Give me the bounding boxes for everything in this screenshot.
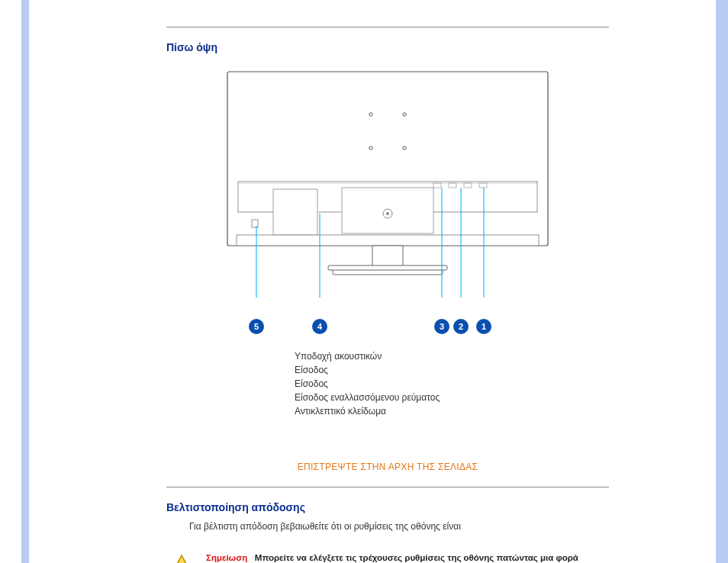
- port-5-label: Αντικλεπτικό κλείδωμα: [295, 406, 609, 417]
- port-3-label: Είσοδος: [295, 378, 609, 389]
- left-margin-rail: [21, 0, 29, 563]
- port-1-label: Υποδοχή ακουστικών: [295, 351, 609, 362]
- divider-top: [166, 27, 609, 27]
- svg-marker-25: [168, 555, 195, 563]
- port-4-label: Είσοδος εναλλασσόμενου ρεύματος: [295, 392, 609, 403]
- optimize-body-text: Για βέλτιστη απόδοση βεβαιωθείτε ότι οι …: [189, 521, 609, 532]
- divider-mid: [166, 487, 609, 487]
- return-to-top-link[interactable]: ΕΠΙΣΤΡΕΨΤΕ ΣΤΗΝ ΑΡΧΗ ΤΗΣ ΣΕΛΙΔΑΣ: [298, 462, 478, 472]
- note-block: Σημείωση Μπορείτε να ελέγξετε τις τρέχου…: [166, 552, 609, 563]
- monitor-svg: [220, 69, 556, 298]
- note-line1: Μπορείτε να ελέγξετε τις τρέχουσες ρυθμί…: [255, 553, 578, 562]
- svg-rect-7: [273, 189, 317, 235]
- note-label: Σημείωση: [206, 553, 247, 562]
- page-body: Πίσω όψη: [29, 0, 716, 563]
- rear-view-heading: Πίσω όψη: [166, 41, 609, 53]
- ports-legend: Υποδοχή ακουστικών Είσοδος Είσοδος Είσοδ…: [295, 351, 609, 417]
- svg-rect-19: [328, 265, 447, 270]
- callout-1: 1: [476, 319, 491, 334]
- warning-icon: [166, 553, 197, 563]
- svg-rect-12: [252, 220, 258, 227]
- callout-2: 2: [453, 319, 469, 334]
- monitor-rear-diagram: [220, 69, 556, 298]
- callout-3: 3: [434, 319, 449, 334]
- svg-rect-11: [237, 235, 539, 246]
- svg-point-10: [386, 212, 389, 215]
- callout-5: 5: [249, 319, 264, 334]
- note-text: Σημείωση Μπορείτε να ελέγξετε τις τρέχου…: [206, 552, 578, 563]
- right-margin-rail: [716, 0, 728, 563]
- callout-row: 5 4 3 2 1: [220, 298, 556, 336]
- optimize-heading: Βελτιστοποίηση απόδοσης: [166, 501, 609, 513]
- svg-rect-8: [342, 188, 433, 233]
- callout-4: 4: [312, 319, 327, 334]
- port-2-label: Είσοδος: [295, 365, 609, 375]
